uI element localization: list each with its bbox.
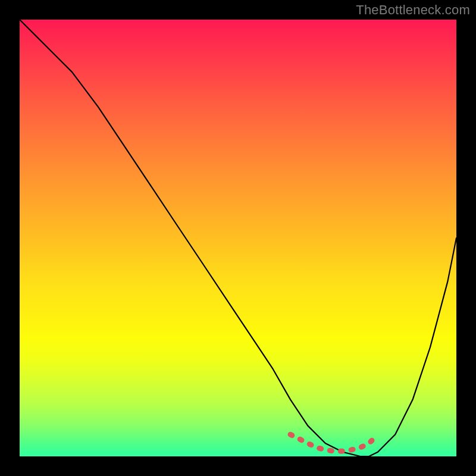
bottleneck-curve [20, 20, 456, 456]
watermark-text: TheBottleneck.com [356, 2, 470, 18]
chart-frame: TheBottleneck.com [0, 0, 476, 476]
chart-plot-area [20, 20, 456, 456]
optimal-zone-markers [290, 434, 378, 451]
chart-curve-layer [20, 20, 456, 456]
